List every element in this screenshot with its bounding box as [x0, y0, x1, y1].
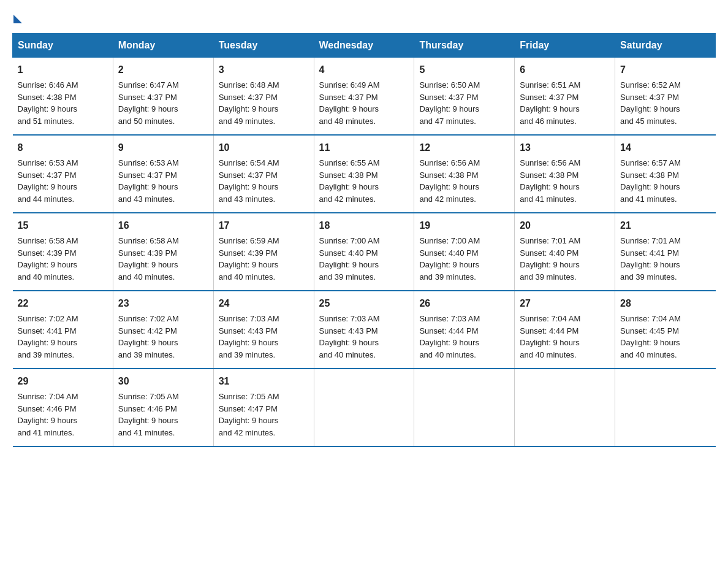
day-number: 28 — [620, 296, 710, 311]
calendar-cell: 2Sunrise: 6:47 AMSunset: 4:37 PMDaylight… — [113, 58, 213, 136]
page-header — [12, 12, 716, 21]
day-number: 26 — [419, 296, 509, 311]
day-number: 14 — [620, 140, 710, 155]
calendar-cell: 14Sunrise: 6:57 AMSunset: 4:38 PMDayligh… — [615, 135, 716, 213]
day-header-tuesday: Tuesday — [213, 34, 314, 58]
day-header-monday: Monday — [113, 34, 213, 58]
calendar-cell: 17Sunrise: 6:59 AMSunset: 4:39 PMDayligh… — [213, 213, 314, 291]
day-number: 9 — [118, 140, 208, 155]
day-number: 7 — [620, 63, 710, 77]
logo — [12, 12, 22, 21]
calendar-cell — [414, 369, 515, 446]
week-row-2: 8Sunrise: 6:53 AMSunset: 4:37 PMDaylight… — [13, 135, 716, 213]
day-number: 17 — [219, 218, 309, 233]
calendar-cell: 15Sunrise: 6:58 AMSunset: 4:39 PMDayligh… — [13, 213, 113, 291]
day-number: 19 — [419, 218, 509, 233]
calendar-cell: 6Sunrise: 6:51 AMSunset: 4:37 PMDaylight… — [515, 58, 615, 136]
day-number: 22 — [18, 296, 108, 311]
calendar-cell: 10Sunrise: 6:54 AMSunset: 4:37 PMDayligh… — [213, 135, 314, 213]
day-info: Sunrise: 6:58 AMSunset: 4:39 PMDaylight:… — [118, 236, 179, 282]
day-number: 23 — [118, 296, 208, 311]
day-info: Sunrise: 7:00 AMSunset: 4:40 PMDaylight:… — [419, 236, 480, 282]
calendar-cell: 12Sunrise: 6:56 AMSunset: 4:38 PMDayligh… — [414, 135, 515, 213]
day-header-saturday: Saturday — [615, 34, 716, 58]
day-info: Sunrise: 7:03 AMSunset: 4:44 PMDaylight:… — [419, 314, 480, 359]
calendar-cell: 25Sunrise: 7:03 AMSunset: 4:43 PMDayligh… — [314, 291, 414, 369]
calendar-cell: 29Sunrise: 7:04 AMSunset: 4:46 PMDayligh… — [13, 369, 113, 446]
calendar-cell: 4Sunrise: 6:49 AMSunset: 4:37 PMDaylight… — [314, 58, 414, 136]
day-info: Sunrise: 6:56 AMSunset: 4:38 PMDaylight:… — [520, 158, 580, 204]
day-info: Sunrise: 7:03 AMSunset: 4:43 PMDaylight:… — [219, 314, 279, 359]
day-info: Sunrise: 7:02 AMSunset: 4:41 PMDaylight:… — [18, 314, 78, 359]
calendar-cell: 31Sunrise: 7:05 AMSunset: 4:47 PMDayligh… — [213, 369, 314, 446]
day-info: Sunrise: 6:48 AMSunset: 4:37 PMDaylight:… — [219, 80, 279, 126]
day-number: 4 — [319, 63, 409, 77]
day-number: 30 — [118, 374, 208, 389]
day-number: 1 — [18, 63, 108, 77]
calendar-cell — [515, 369, 615, 446]
day-info: Sunrise: 6:47 AMSunset: 4:37 PMDaylight:… — [118, 80, 179, 126]
calendar-cell: 26Sunrise: 7:03 AMSunset: 4:44 PMDayligh… — [414, 291, 515, 369]
day-info: Sunrise: 6:59 AMSunset: 4:39 PMDaylight:… — [219, 236, 279, 282]
week-row-1: 1Sunrise: 6:46 AMSunset: 4:38 PMDaylight… — [13, 58, 716, 136]
calendar-header: SundayMondayTuesdayWednesdayThursdayFrid… — [13, 34, 716, 58]
day-info: Sunrise: 7:04 AMSunset: 4:46 PMDaylight:… — [18, 392, 78, 437]
calendar-cell: 27Sunrise: 7:04 AMSunset: 4:44 PMDayligh… — [515, 291, 615, 369]
calendar-cell: 7Sunrise: 6:52 AMSunset: 4:37 PMDaylight… — [615, 58, 716, 136]
calendar-cell: 22Sunrise: 7:02 AMSunset: 4:41 PMDayligh… — [13, 291, 113, 369]
calendar-cell: 18Sunrise: 7:00 AMSunset: 4:40 PMDayligh… — [314, 213, 414, 291]
calendar-cell: 1Sunrise: 6:46 AMSunset: 4:38 PMDaylight… — [13, 58, 113, 136]
calendar-cell: 30Sunrise: 7:05 AMSunset: 4:46 PMDayligh… — [113, 369, 213, 446]
day-info: Sunrise: 6:46 AMSunset: 4:38 PMDaylight:… — [18, 80, 78, 126]
calendar-cell: 11Sunrise: 6:55 AMSunset: 4:38 PMDayligh… — [314, 135, 414, 213]
day-number: 13 — [520, 140, 610, 155]
day-header-row: SundayMondayTuesdayWednesdayThursdayFrid… — [13, 34, 716, 58]
week-row-5: 29Sunrise: 7:04 AMSunset: 4:46 PMDayligh… — [13, 369, 716, 446]
day-info: Sunrise: 6:58 AMSunset: 4:39 PMDaylight:… — [18, 236, 78, 282]
calendar-cell: 16Sunrise: 6:58 AMSunset: 4:39 PMDayligh… — [113, 213, 213, 291]
day-number: 31 — [219, 374, 309, 389]
day-info: Sunrise: 7:04 AMSunset: 4:44 PMDaylight:… — [520, 314, 580, 359]
day-info: Sunrise: 7:02 AMSunset: 4:42 PMDaylight:… — [118, 314, 179, 359]
calendar-cell: 8Sunrise: 6:53 AMSunset: 4:37 PMDaylight… — [13, 135, 113, 213]
day-number: 10 — [219, 140, 309, 155]
day-info: Sunrise: 7:03 AMSunset: 4:43 PMDaylight:… — [319, 314, 380, 359]
calendar-cell: 19Sunrise: 7:00 AMSunset: 4:40 PMDayligh… — [414, 213, 515, 291]
day-header-friday: Friday — [515, 34, 615, 58]
day-header-wednesday: Wednesday — [314, 34, 414, 58]
day-number: 27 — [520, 296, 610, 311]
calendar-cell — [615, 369, 716, 446]
day-info: Sunrise: 7:05 AMSunset: 4:46 PMDaylight:… — [118, 392, 179, 437]
calendar-cell: 21Sunrise: 7:01 AMSunset: 4:41 PMDayligh… — [615, 213, 716, 291]
calendar-cell — [314, 369, 414, 446]
week-row-3: 15Sunrise: 6:58 AMSunset: 4:39 PMDayligh… — [13, 213, 716, 291]
day-info: Sunrise: 6:51 AMSunset: 4:37 PMDaylight:… — [520, 80, 580, 126]
day-info: Sunrise: 7:01 AMSunset: 4:41 PMDaylight:… — [620, 236, 681, 282]
day-number: 20 — [520, 218, 610, 233]
day-info: Sunrise: 6:53 AMSunset: 4:37 PMDaylight:… — [18, 158, 78, 204]
day-number: 3 — [219, 63, 309, 77]
day-info: Sunrise: 6:54 AMSunset: 4:37 PMDaylight:… — [219, 158, 279, 204]
calendar-body: 1Sunrise: 6:46 AMSunset: 4:38 PMDaylight… — [13, 58, 716, 447]
day-number: 5 — [419, 63, 509, 77]
calendar-cell: 3Sunrise: 6:48 AMSunset: 4:37 PMDaylight… — [213, 58, 314, 136]
day-info: Sunrise: 6:56 AMSunset: 4:38 PMDaylight:… — [419, 158, 480, 204]
day-info: Sunrise: 7:00 AMSunset: 4:40 PMDaylight:… — [319, 236, 380, 282]
day-number: 8 — [18, 140, 108, 155]
day-number: 21 — [620, 218, 710, 233]
day-info: Sunrise: 6:55 AMSunset: 4:38 PMDaylight:… — [319, 158, 380, 204]
day-info: Sunrise: 6:52 AMSunset: 4:37 PMDaylight:… — [620, 80, 681, 126]
day-number: 12 — [419, 140, 509, 155]
calendar-table: SundayMondayTuesdayWednesdayThursdayFrid… — [12, 33, 716, 447]
calendar-cell: 5Sunrise: 6:50 AMSunset: 4:37 PMDaylight… — [414, 58, 515, 136]
day-info: Sunrise: 6:50 AMSunset: 4:37 PMDaylight:… — [419, 80, 480, 126]
calendar-cell: 28Sunrise: 7:04 AMSunset: 4:45 PMDayligh… — [615, 291, 716, 369]
day-header-thursday: Thursday — [414, 34, 515, 58]
day-info: Sunrise: 6:49 AMSunset: 4:37 PMDaylight:… — [319, 80, 380, 126]
day-info: Sunrise: 7:04 AMSunset: 4:45 PMDaylight:… — [620, 314, 681, 359]
logo-arrow-icon — [13, 15, 22, 23]
calendar-cell: 23Sunrise: 7:02 AMSunset: 4:42 PMDayligh… — [113, 291, 213, 369]
calendar-cell: 24Sunrise: 7:03 AMSunset: 4:43 PMDayligh… — [213, 291, 314, 369]
day-info: Sunrise: 6:53 AMSunset: 4:37 PMDaylight:… — [118, 158, 179, 204]
calendar-cell: 13Sunrise: 6:56 AMSunset: 4:38 PMDayligh… — [515, 135, 615, 213]
